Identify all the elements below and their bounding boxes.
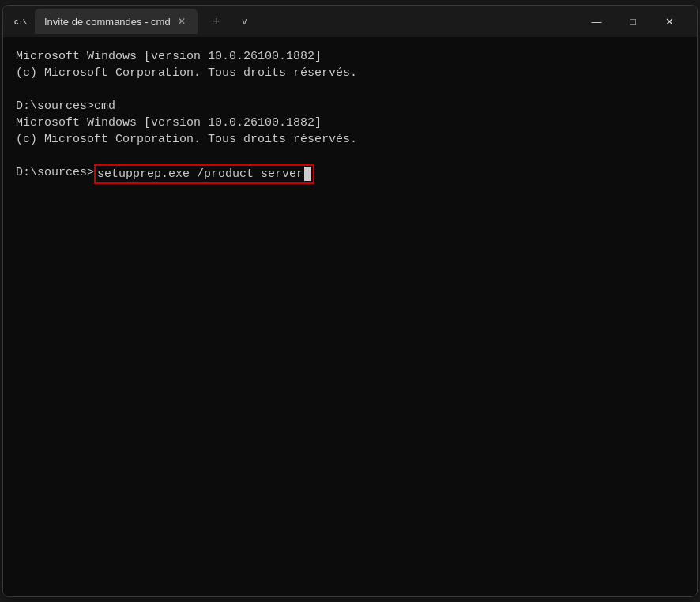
cmd-window: C:\ Invite de commandes - cmd ✕ + ∨ — □ … xyxy=(2,5,698,597)
tab-close-button[interactable]: ✕ xyxy=(175,15,188,28)
terminal-line: Microsoft Windows [version 10.0.26100.18… xyxy=(16,48,684,65)
terminal-cursor xyxy=(304,167,311,181)
close-button[interactable]: ✕ xyxy=(651,9,687,34)
command-prompt: D:\sources> xyxy=(16,164,94,181)
window-controls: — □ ✕ xyxy=(578,9,687,34)
minimize-button[interactable]: — xyxy=(578,9,615,34)
command-text: setupprep.exe /product server xyxy=(97,167,303,181)
terminal-line: (c) Microsoft Corporation. Tous droits r… xyxy=(16,65,684,81)
terminal-line: D:\sources>cmd xyxy=(16,98,684,115)
tab-title: Invite de commandes - cmd xyxy=(44,16,171,28)
cmd-app-icon: C:\ xyxy=(13,14,27,28)
maximize-button[interactable]: □ xyxy=(615,9,651,34)
current-command-line: D:\sources> setupprep.exe /product serve… xyxy=(16,164,684,184)
terminal-body[interactable]: Microsoft Windows [version 10.0.26100.18… xyxy=(3,37,697,596)
command-highlight-box: setupprep.exe /product server xyxy=(94,164,314,184)
dropdown-button[interactable]: ∨ xyxy=(235,12,254,31)
titlebar: C:\ Invite de commandes - cmd ✕ + ∨ — □ … xyxy=(3,6,697,37)
terminal-line: (c) Microsoft Corporation. Tous droits r… xyxy=(16,131,684,148)
terminal-empty-line xyxy=(16,81,684,98)
terminal-line: Microsoft Windows [version 10.0.26100.18… xyxy=(16,115,684,131)
new-tab-button[interactable]: + xyxy=(205,10,228,32)
active-tab[interactable]: Invite de commandes - cmd ✕ xyxy=(35,9,198,34)
svg-text:C:\: C:\ xyxy=(14,19,27,27)
titlebar-left: C:\ Invite de commandes - cmd ✕ + ∨ xyxy=(13,9,254,34)
terminal-empty-line xyxy=(16,148,684,164)
